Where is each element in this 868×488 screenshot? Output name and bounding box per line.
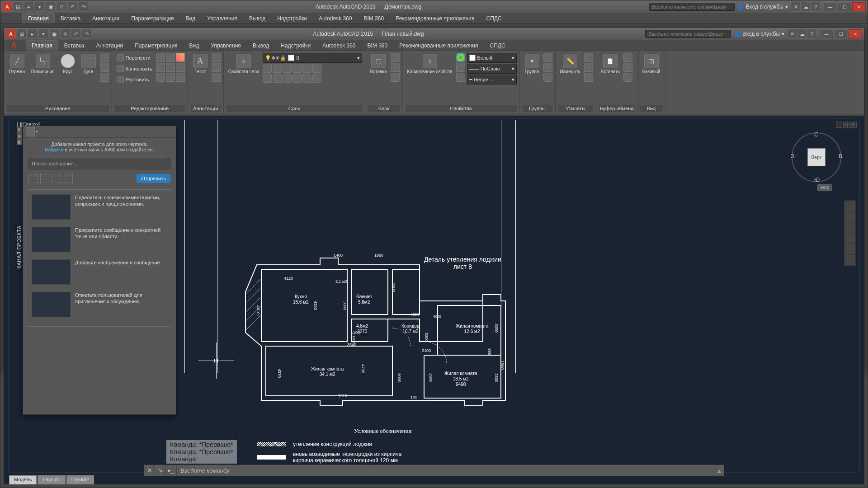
tab-parametric[interactable]: Параметризация bbox=[125, 13, 179, 23]
panel-groups-title[interactable]: Группы bbox=[523, 105, 552, 112]
undo-icon[interactable]: ↶ bbox=[67, 2, 77, 12]
app-menu-icon[interactable]: A bbox=[6, 29, 16, 39]
linetype-combo[interactable]: —— ПоСлою▾ bbox=[467, 64, 517, 74]
undo-icon[interactable]: ↶ bbox=[71, 29, 81, 39]
back-search-input[interactable]: Введите ключевое слово/фразу bbox=[649, 3, 735, 11]
block-tool-icon[interactable] bbox=[391, 73, 400, 82]
print-icon[interactable]: ⎙ bbox=[60, 29, 70, 39]
leader-icon[interactable] bbox=[212, 63, 221, 72]
panel-view-title[interactable]: Вид bbox=[640, 105, 662, 112]
lineweight-combo[interactable]: ━ Непре...▾ bbox=[467, 75, 517, 84]
cmd-history-toggle[interactable]: ▴ bbox=[715, 466, 724, 475]
panel-utilities-title[interactable]: Утилиты bbox=[558, 105, 593, 112]
util-tool-icon[interactable] bbox=[584, 63, 593, 72]
cmd-prompt-icon[interactable]: ▸_ bbox=[166, 465, 177, 476]
help-icon[interactable]: ? bbox=[811, 2, 821, 12]
util-tool-icon[interactable] bbox=[584, 53, 593, 62]
cloud-icon[interactable]: ☁ bbox=[797, 29, 807, 39]
cmd-close-icon[interactable]: ✕ bbox=[144, 465, 155, 476]
feed-login-link[interactable]: Войдите bbox=[45, 147, 63, 152]
help-icon[interactable]: ? bbox=[807, 29, 817, 39]
layer-tool-icon[interactable] bbox=[312, 64, 321, 73]
tab-bim360[interactable]: BIM 360 bbox=[358, 13, 390, 23]
redo-icon[interactable]: ↷ bbox=[78, 2, 88, 12]
layer-tool-icon[interactable] bbox=[273, 74, 282, 83]
tab-view[interactable]: Вид bbox=[180, 13, 202, 23]
feed-pin-icon[interactable]: ⇲ bbox=[17, 133, 22, 139]
open-icon[interactable]: ▸ bbox=[24, 2, 34, 12]
viewcube[interactable]: Верх С Ю В З bbox=[792, 132, 841, 182]
tab-layout1[interactable]: Layout1 bbox=[38, 475, 65, 484]
text-button[interactable]: AТекст bbox=[191, 53, 210, 75]
vp-close-icon[interactable]: ✕ bbox=[850, 122, 857, 128]
rotate-icon[interactable] bbox=[156, 53, 165, 62]
minimize-button[interactable]: — bbox=[823, 2, 837, 11]
layer-tool-icon[interactable] bbox=[302, 64, 311, 73]
close-button[interactable]: ✕ bbox=[849, 29, 862, 38]
save-icon[interactable]: ▾ bbox=[38, 29, 48, 39]
move-button[interactable]: Перенести bbox=[115, 53, 154, 63]
modify-icon[interactable] bbox=[176, 63, 185, 72]
scale-icon[interactable] bbox=[156, 73, 165, 82]
group-tool-icon[interactable] bbox=[543, 53, 552, 62]
tab-output[interactable]: Вывод bbox=[247, 40, 275, 51]
tab-addins[interactable]: Надстройки bbox=[271, 13, 313, 23]
panel-annotation-title[interactable]: Аннотации bbox=[191, 105, 221, 112]
exchange-icon[interactable]: ✕ bbox=[787, 29, 797, 39]
save-icon[interactable]: ▾ bbox=[35, 2, 45, 12]
navigation-bar[interactable] bbox=[844, 200, 856, 266]
tab-annotate[interactable]: Аннотации bbox=[86, 13, 125, 23]
prop-tool-icon[interactable] bbox=[456, 53, 465, 62]
front-login[interactable]: 👤 Вход в службы ▾ bbox=[731, 31, 787, 37]
modify-icon[interactable] bbox=[176, 73, 185, 82]
array-icon[interactable] bbox=[166, 73, 175, 82]
draw-extra-icon[interactable] bbox=[100, 53, 109, 62]
panel-clipboard-title[interactable]: Буфер обмена bbox=[599, 105, 635, 112]
prop-tool-icon[interactable] bbox=[456, 63, 465, 72]
group-tool-icon[interactable] bbox=[543, 73, 552, 82]
tab-spds[interactable]: СПДС bbox=[481, 13, 508, 23]
maximize-button[interactable]: ☐ bbox=[838, 2, 851, 11]
feed-opts-icon[interactable]: ⚙ bbox=[17, 140, 22, 145]
draw-extra-icon[interactable] bbox=[100, 73, 109, 82]
cmd-recent-icon[interactable]: ↘ bbox=[155, 465, 166, 476]
layer-tool-icon[interactable] bbox=[302, 74, 311, 83]
attach-image-icon[interactable] bbox=[64, 174, 73, 183]
close-button[interactable]: ✕ bbox=[852, 2, 866, 11]
mirror-icon[interactable] bbox=[156, 63, 165, 72]
tab-manage[interactable]: Управление bbox=[201, 13, 243, 23]
maximize-button[interactable]: ☐ bbox=[834, 29, 848, 38]
polyline-button[interactable]: └┐Полилиния bbox=[29, 53, 57, 75]
layer-tool-icon[interactable] bbox=[312, 74, 321, 83]
panel-modify-title[interactable]: Редактирование bbox=[115, 105, 185, 112]
feed-send-button[interactable]: Отправить bbox=[137, 174, 170, 183]
copy-clip-icon[interactable] bbox=[623, 63, 632, 72]
layer-combo[interactable]: 💡❄☀🔒 0▾ bbox=[263, 53, 362, 63]
clip-tool-icon[interactable] bbox=[623, 73, 632, 82]
wcs-badge[interactable]: МСК bbox=[817, 184, 832, 191]
attach-region-icon[interactable] bbox=[28, 174, 38, 183]
saveas-icon[interactable]: ▣ bbox=[49, 29, 59, 39]
panel-layers-title[interactable]: Слои bbox=[226, 105, 363, 112]
modify-icon[interactable] bbox=[176, 53, 185, 62]
tab-output[interactable]: Вывод bbox=[243, 13, 271, 23]
panel-draw-title[interactable]: Рисование bbox=[7, 105, 109, 112]
layer-tool-icon[interactable] bbox=[273, 64, 282, 73]
cloud-icon[interactable]: ☁ bbox=[801, 2, 811, 12]
print-icon[interactable]: ⎙ bbox=[57, 2, 66, 12]
redo-icon[interactable]: ↷ bbox=[82, 29, 92, 39]
tab-insert[interactable]: Вставка bbox=[58, 40, 90, 51]
tab-parametric[interactable]: Параметризация bbox=[129, 40, 183, 51]
layer-tool-icon[interactable] bbox=[263, 74, 272, 83]
front-search-input[interactable]: Введите ключевое слово/фразу bbox=[645, 30, 731, 38]
tab-a360[interactable]: Autodesk 360 bbox=[313, 13, 358, 23]
cut-icon[interactable] bbox=[623, 53, 632, 62]
block-tool-icon[interactable] bbox=[391, 63, 400, 72]
vp-max-icon[interactable]: ☐ bbox=[843, 122, 849, 128]
layer-tool-icon[interactable] bbox=[263, 64, 272, 73]
attach-pin-icon[interactable] bbox=[40, 174, 49, 183]
tab-view[interactable]: Вид bbox=[184, 40, 205, 51]
panel-properties-title[interactable]: Свойства bbox=[406, 105, 517, 112]
draw-extra-icon[interactable] bbox=[100, 63, 109, 72]
layer-tool-icon[interactable] bbox=[292, 74, 302, 83]
